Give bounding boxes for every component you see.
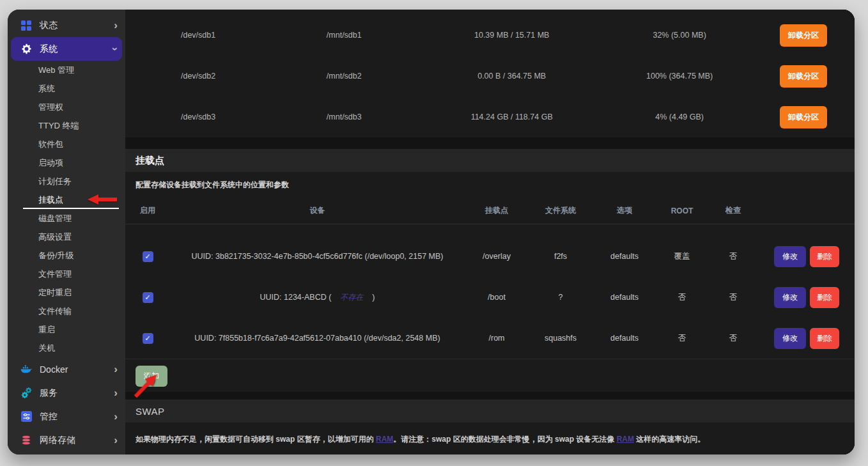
chevron-down-icon: › bbox=[111, 47, 121, 51]
table-header-row: 启用 设备 挂载点 文件系统 选项 ROOT 检查 bbox=[125, 198, 855, 224]
app-window: 状态 › 系统 › Web 管理 系统 管理权 TTYD 终端 软件包 启动项 … bbox=[8, 10, 855, 454]
sidebar-item-label: 服务 bbox=[40, 387, 114, 399]
sidebar-item-control[interactable]: 管控 › bbox=[8, 405, 125, 428]
ram-link[interactable]: RAM bbox=[376, 435, 393, 444]
sidebar-item-cron[interactable]: 计划任务 bbox=[8, 172, 125, 190]
mount-cell: /mnt/sdb3 bbox=[271, 113, 417, 121]
delete-button[interactable]: 删除 bbox=[810, 287, 839, 308]
mount-cell: /mnt/sdb2 bbox=[271, 72, 417, 81]
sidebar-item-file-manage[interactable]: 文件管理 bbox=[8, 265, 125, 283]
table-row: ✓ UUID: 1234-ABCD (不存在) /boot ? defaults… bbox=[125, 277, 855, 318]
delete-button[interactable]: 删除 bbox=[810, 246, 839, 267]
sliders-icon bbox=[20, 411, 32, 423]
device-cell: UUID: 3b821735-3032-4e7b-85b0-4cf5c6d776… bbox=[170, 252, 465, 261]
chevron-right-icon: › bbox=[114, 364, 118, 375]
check-icon: ✓ bbox=[144, 334, 150, 343]
sidebar-item-label: 管控 bbox=[40, 411, 114, 423]
free-cell: 4% (4.49 GB) bbox=[607, 113, 752, 121]
sidebar-item-label: 网络存储 bbox=[40, 435, 114, 446]
column-header-mount-point: 挂载点 bbox=[465, 205, 529, 216]
table-row: /dev/sdb2 /mnt/sdb2 0.00 B / 364.75 MB 1… bbox=[125, 56, 855, 97]
sidebar-item-services[interactable]: 服务 › bbox=[8, 381, 125, 405]
column-header-device: 设备 bbox=[170, 205, 465, 216]
check-icon: ✓ bbox=[144, 252, 150, 261]
sidebar-item-docker[interactable]: Docker › bbox=[8, 357, 125, 381]
sidebar-item-status[interactable]: 状态 › bbox=[8, 13, 125, 37]
unmount-partition-button[interactable]: 卸载分区 bbox=[780, 106, 827, 128]
annotation-arrow-left-icon bbox=[88, 194, 117, 206]
section-description: 配置存储设备挂载到文件系统中的位置和参数 bbox=[125, 172, 855, 198]
edit-button[interactable]: 修改 bbox=[774, 246, 806, 267]
free-cell: 32% (5.00 MB) bbox=[607, 31, 752, 40]
sidebar-item-label: 挂载点 bbox=[38, 194, 63, 206]
column-header-enabled: 启用 bbox=[125, 205, 170, 216]
usage-cell: 10.39 MB / 15.71 MB bbox=[417, 31, 607, 40]
filesystem-cell: squashfs bbox=[529, 334, 593, 343]
sidebar-item-scheduled-reboot[interactable]: 定时重启 bbox=[8, 283, 125, 302]
sidebar-item-system-sub[interactable]: 系统 bbox=[8, 79, 125, 98]
table-row: /dev/sdb3 /mnt/sdb3 114.24 GB / 118.74 G… bbox=[125, 97, 855, 137]
chevron-right-icon: › bbox=[114, 435, 118, 446]
device-cell: /dev/sdb1 bbox=[125, 31, 271, 40]
sidebar: 状态 › 系统 › Web 管理 系统 管理权 TTYD 终端 软件包 启动项 … bbox=[8, 10, 125, 454]
sidebar-item-packages[interactable]: 软件包 bbox=[8, 135, 125, 153]
gear-icon bbox=[20, 43, 32, 55]
sidebar-item-ttyd[interactable]: TTYD 终端 bbox=[8, 116, 125, 135]
edit-button[interactable]: 修改 bbox=[774, 328, 806, 349]
docker-whale-icon bbox=[20, 364, 32, 375]
sidebar-item-label: Docker bbox=[40, 364, 114, 375]
sidebar-item-label: 状态 bbox=[40, 20, 114, 31]
sidebar-item-advanced[interactable]: 高级设置 bbox=[8, 228, 125, 246]
usage-cell: 0.00 B / 364.75 MB bbox=[417, 72, 607, 81]
chevron-right-icon: › bbox=[114, 387, 118, 398]
sidebar-item-admin-rights[interactable]: 管理权 bbox=[8, 98, 125, 116]
mount-points-section: 挂载点 配置存储设备挂载到文件系统中的位置和参数 启用 设备 挂载点 文件系统 … bbox=[125, 149, 855, 392]
database-stack-icon bbox=[20, 435, 32, 446]
check-cell: 否 bbox=[708, 333, 759, 344]
column-header-options: 选项 bbox=[593, 205, 656, 216]
options-cell: defaults bbox=[593, 334, 656, 343]
check-icon: ✓ bbox=[144, 293, 150, 302]
sidebar-item-label: 系统 bbox=[40, 43, 114, 55]
ram-link[interactable]: RAM bbox=[617, 435, 634, 444]
sidebar-item-reboot[interactable]: 重启 bbox=[8, 320, 125, 339]
swap-section: SWAP 如果物理内存不足，闲置数据可自动移到 swap 区暂存，以增加可用的 … bbox=[125, 400, 855, 454]
sidebar-item-file-transfer[interactable]: 文件传输 bbox=[8, 302, 125, 320]
sidebar-item-startup[interactable]: 启动项 bbox=[8, 153, 125, 172]
table-row: /dev/sdb1 /mnt/sdb1 10.39 MB / 15.71 MB … bbox=[125, 15, 855, 56]
missing-device-note: 不存在 bbox=[340, 293, 363, 302]
mount-point-cell: /boot bbox=[465, 293, 529, 302]
device-cell: UUID: 7f855b18-f7c6a7a9-42af5612-07aba41… bbox=[170, 334, 465, 343]
enable-checkbox[interactable]: ✓ bbox=[143, 292, 153, 303]
sidebar-item-web-manage[interactable]: Web 管理 bbox=[8, 61, 125, 79]
device-cell: UUID: 1234-ABCD (不存在) bbox=[170, 292, 465, 303]
sidebar-item-backup-upgrade[interactable]: 备份/升级 bbox=[8, 246, 125, 265]
swap-title: SWAP bbox=[136, 406, 165, 417]
table-row: ✓ UUID: 3b821735-3032-4e7b-85b0-4cf5c6d7… bbox=[125, 236, 855, 277]
unmount-partition-button[interactable]: 卸载分区 bbox=[780, 24, 827, 47]
usage-cell: 114.24 GB / 118.74 GB bbox=[417, 113, 607, 121]
root-cell: 覆盖 bbox=[656, 251, 708, 262]
enable-checkbox[interactable]: ✓ bbox=[143, 251, 153, 262]
root-cell: 否 bbox=[656, 333, 708, 344]
chevron-right-icon: › bbox=[114, 20, 118, 31]
sidebar-item-mount-points[interactable]: 挂载点 bbox=[8, 190, 125, 209]
gears-icon bbox=[20, 387, 32, 399]
enable-checkbox[interactable]: ✓ bbox=[143, 333, 153, 344]
filesystem-cell: ? bbox=[529, 293, 593, 302]
filesystem-cell: f2fs bbox=[529, 252, 593, 261]
swap-description: 如果物理内存不足，闲置数据可自动移到 swap 区暂存，以增加可用的 RAM。请… bbox=[125, 423, 855, 445]
page-title: 挂载点 bbox=[136, 155, 164, 167]
unmount-partition-button[interactable]: 卸载分区 bbox=[780, 65, 827, 88]
sidebar-item-shutdown[interactable]: 关机 bbox=[8, 339, 125, 357]
sidebar-item-system[interactable]: 系统 › bbox=[11, 37, 122, 61]
sidebar-item-disk-manage[interactable]: 磁盘管理 bbox=[8, 209, 125, 228]
edit-button[interactable]: 修改 bbox=[774, 287, 806, 308]
sidebar-item-network-storage[interactable]: 网络存储 › bbox=[8, 428, 125, 452]
device-cell: /dev/sdb3 bbox=[125, 113, 271, 121]
delete-button[interactable]: 删除 bbox=[810, 328, 839, 349]
section-header: 挂载点 bbox=[125, 149, 855, 172]
section-header: SWAP bbox=[125, 400, 855, 423]
root-cell: 否 bbox=[656, 292, 708, 303]
column-header-filesystem: 文件系统 bbox=[529, 205, 593, 216]
